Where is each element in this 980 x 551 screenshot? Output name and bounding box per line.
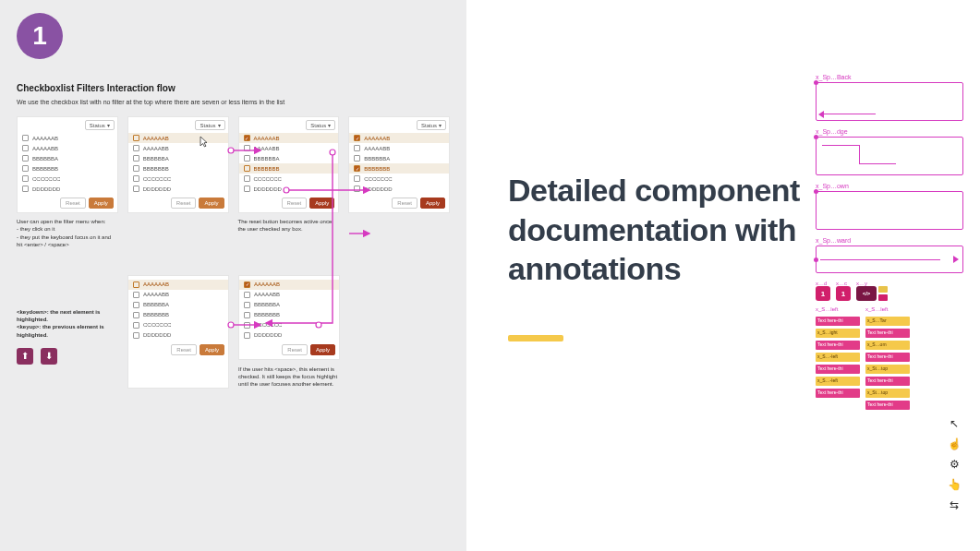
doc-right-pane: Detailed component documentation with an… <box>466 0 980 551</box>
spec-label: x_Sp…Back <box>816 74 963 80</box>
spec-tag: x_S…-left <box>816 353 860 362</box>
step-badge: 1 <box>17 13 63 59</box>
mini-badge: 1 <box>816 286 830 301</box>
list-item-label: BBBBBBB <box>32 166 58 172</box>
reset-button[interactable]: Reset <box>171 344 197 355</box>
spec-column: x_Sp…Back x_Sp…dge x_Sp…own x_Sp…wa <box>816 74 963 410</box>
spec-label: x_Sp…dge <box>816 128 963 135</box>
spec-tag: Text here-thi <box>865 401 910 410</box>
caption-d: If the user hits <space>, this element i… <box>238 365 340 389</box>
spec-tag: x_S…ight <box>816 329 860 338</box>
doc-left-pane: 1 Checkboxlist Filters Interaction flow … <box>0 0 466 551</box>
pointer-icon-stack: ↖ ☝ ⚙ 👆 ⇆ <box>945 417 963 511</box>
list-item-label: BBBBBBA <box>32 156 58 162</box>
filter-panel-c: Status ▾ ✓AAAAAAB AAAAABB BBBBBBA BBBBBB… <box>238 116 340 213</box>
spec-tag: Text here-thi <box>816 317 860 326</box>
key-up-icon: ⬆ <box>17 348 33 365</box>
apply-button[interactable]: Apply <box>200 344 224 355</box>
panel-row-1: Status ▾ AAAAAAB AAAAABB BBBBBBA BBBBBBB… <box>17 116 450 213</box>
list-item-label: AAAAABB <box>32 146 58 151</box>
spec-tag: x_St…top <box>865 389 910 398</box>
reset-button[interactable]: Reset <box>282 198 308 209</box>
tag-grid: x_S…left Text here-thix_S…ightText here-… <box>816 306 963 410</box>
caption-a: User can open the filter menu when: - th… <box>17 218 118 249</box>
spec-label: x_Sp…own <box>816 183 963 189</box>
apply-button[interactable]: Apply <box>309 198 334 209</box>
spec-tag: x_St…top <box>865 365 910 374</box>
chevron-down-icon: ▾ <box>107 122 110 128</box>
spec-box-down <box>816 191 963 230</box>
key-down-icon: ⬇ <box>41 348 57 365</box>
code-badge: </> <box>856 286 877 301</box>
cursor-icon <box>199 136 210 151</box>
caption-b: The reset button becomes active once the… <box>238 218 340 249</box>
filter-panel-b: Status ▾ AAAAAAB AAAAABB BBBBBBA BBBBBBB… <box>127 116 229 213</box>
touch-icon: 👆 <box>948 478 962 491</box>
mini-badge-row: x…d 1 x…c 1 x…y </> <box>816 281 963 301</box>
hand-icon: ☝ <box>948 437 962 450</box>
chevron-down-icon: ▾ <box>439 122 442 128</box>
status-label: Status <box>200 123 215 128</box>
spec-tag: Text here-thi <box>865 353 910 362</box>
spec-tag: Text here-thi <box>865 377 910 386</box>
list-item[interactable]: AAAAAAB <box>128 133 228 143</box>
spec-tag: x_S…-left <box>816 377 860 386</box>
apply-button[interactable]: Apply <box>89 198 114 209</box>
reset-button[interactable]: Reset <box>282 344 308 355</box>
spec-box-forward <box>816 246 963 273</box>
apply-button[interactable]: Apply <box>420 198 445 209</box>
status-dropdown[interactable]: Status ▾ <box>85 120 115 130</box>
reset-button[interactable]: Reset <box>171 198 197 209</box>
panel-row-2: <keydown>: the next element is highlight… <box>17 275 450 389</box>
spec-tag: x_S…Tar <box>865 317 910 326</box>
spec-tag: Text here-thi <box>816 365 860 374</box>
cursor-icon: ↖ <box>950 417 959 430</box>
chevron-down-icon: ▾ <box>328 122 331 128</box>
spec-label: x_Sp…ward <box>816 237 963 244</box>
spec-box-edge <box>816 137 963 175</box>
split-icon: ⇆ <box>950 498 959 511</box>
apply-button[interactable]: Apply <box>310 344 335 355</box>
status-dropdown[interactable]: Status ▾ <box>417 120 446 130</box>
status-label: Status <box>90 123 105 128</box>
reset-button[interactable]: Reset <box>60 198 86 209</box>
spec-tag: Text here-thi <box>816 341 860 350</box>
section-title: Checkboxlist Filters Interaction flow <box>17 83 450 93</box>
section-desc: We use the checkbox list with no filter … <box>17 99 450 105</box>
headline: Detailed component documentation with an… <box>508 171 822 289</box>
list-item-label: DDDDDDD <box>32 186 60 192</box>
apply-button[interactable]: Apply <box>199 198 224 209</box>
reset-button[interactable]: Reset <box>392 198 417 209</box>
list-item-label: CCCCCCC <box>32 176 60 182</box>
headline-underline <box>508 335 563 341</box>
filter-panel-d: Status ▾ ✓AAAAAAB AAAAABB BBBBBBA ✓BBBBB… <box>348 116 450 213</box>
gear-icon: ⚙ <box>950 458 960 471</box>
filter-panel-a: Status ▾ AAAAAAB AAAAABB BBBBBBA BBBBBBB… <box>17 116 118 213</box>
spec-tag: Text here-thi <box>816 389 860 398</box>
spec-box-back <box>816 82 963 121</box>
chevron-down-icon: ▾ <box>218 122 221 128</box>
status-dropdown[interactable]: Status ▾ <box>306 120 335 130</box>
spec-tag: x_S…om <box>865 341 910 350</box>
mini-badge: 1 <box>836 286 851 301</box>
spec-tag: Text here-thi <box>865 329 910 338</box>
list-item-label: AAAAAAB <box>32 136 58 141</box>
filter-panel-f: ✓AAAAAAB AAAAABB BBBBBBA BBBBBBB CCCCCCC… <box>238 275 340 360</box>
status-dropdown[interactable]: Status ▾ <box>195 120 224 130</box>
caption-c: <keydown>: the next element is highlight… <box>17 308 118 340</box>
filter-panel-e: AAAAAAB AAAAABB BBBBBBA BBBBBBB CCCCCCC … <box>127 275 229 389</box>
